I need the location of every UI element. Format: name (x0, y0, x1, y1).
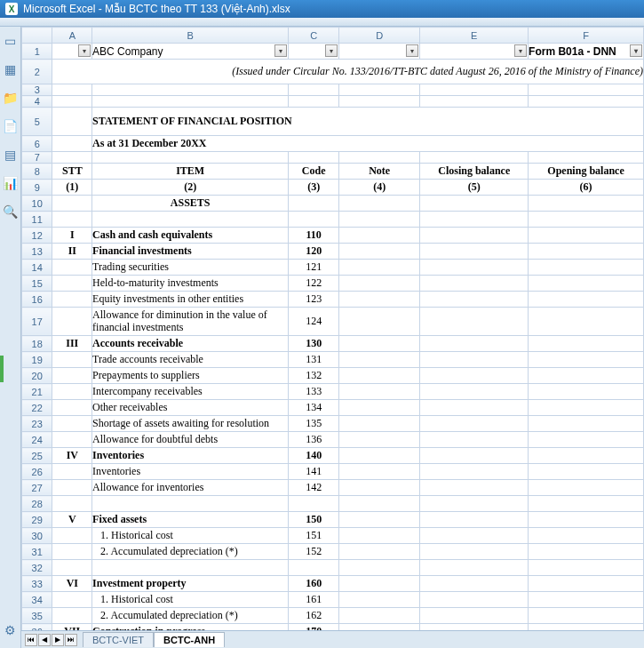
cell-stt-13[interactable]: II (52, 244, 92, 260)
cell-item-16[interactable]: Equity investments in other entities (92, 292, 289, 308)
cell-item-25[interactable]: Inventories (92, 448, 289, 464)
cell-closing-34[interactable] (420, 592, 529, 608)
cell-note-19[interactable] (339, 352, 420, 368)
assets-label[interactable]: ASSETS (92, 196, 289, 212)
row-25[interactable]: 25IVInventories140 (22, 448, 644, 464)
cell-note-18[interactable] (339, 336, 420, 352)
cell-item-35[interactable]: 2. Accumulated depreciation (*) (92, 608, 289, 624)
tab-bctc-viet[interactable]: BCTC-VIET (83, 632, 154, 647)
cell-stt-32[interactable] (52, 560, 92, 576)
cell-closing-18[interactable] (420, 336, 529, 352)
cell-opening-21[interactable] (529, 384, 644, 400)
cell-opening-34[interactable] (529, 592, 644, 608)
cell-stt-28[interactable] (52, 496, 92, 512)
row-header-13[interactable]: 13 (22, 244, 52, 260)
cell-code-19[interactable]: 131 (289, 352, 339, 368)
cell-opening-16[interactable] (529, 292, 644, 308)
numhead-6[interactable]: (6) (529, 180, 644, 196)
cell-closing-21[interactable] (420, 384, 529, 400)
cell-closing-14[interactable] (420, 260, 529, 276)
cell-item-24[interactable]: Allowance for doubtful debts (92, 432, 289, 448)
cell-opening-14[interactable] (529, 260, 644, 276)
cell-opening-33[interactable] (529, 576, 644, 592)
filter-btn-C[interactable]: ▾ (325, 44, 338, 57)
hdr-note[interactable]: Note (339, 164, 420, 180)
cell-stt-26[interactable] (52, 464, 92, 480)
cell-code-34[interactable]: 161 (289, 592, 339, 608)
row-7[interactable]: 7 (22, 152, 644, 164)
cell-stt-27[interactable] (52, 480, 92, 496)
cell-opening-35[interactable] (529, 608, 644, 624)
cell-code-23[interactable]: 135 (289, 416, 339, 432)
cell-closing-27[interactable] (420, 480, 529, 496)
cell-code-21[interactable]: 133 (289, 384, 339, 400)
col-header-C[interactable]: C (289, 28, 339, 44)
gear-icon[interactable]: ⚙ (4, 623, 18, 637)
row-35[interactable]: 35 2. Accumulated depreciation (*)162 (22, 608, 644, 624)
cell-stt-12[interactable]: I (52, 228, 92, 244)
cell-E1[interactable]: ▾ (420, 44, 529, 60)
calendar-icon[interactable]: ▦ (4, 62, 18, 76)
cell-stt-23[interactable] (52, 416, 92, 432)
row-header-17[interactable]: 17 (22, 308, 52, 336)
cell-note-35[interactable] (339, 608, 420, 624)
row-8[interactable]: 8 STT ITEM Code Note Closing balance Ope… (22, 164, 644, 180)
cell-stt-36[interactable]: VII (52, 624, 92, 631)
row-header-22[interactable]: 22 (22, 400, 52, 416)
cell-note-20[interactable] (339, 368, 420, 384)
row-32[interactable]: 32 (22, 560, 644, 576)
cell-note-17[interactable] (339, 308, 420, 336)
filter-btn-A[interactable]: ▾ (78, 44, 91, 57)
hdr-opening[interactable]: Opening balance (529, 164, 644, 180)
cell-opening-12[interactable] (529, 228, 644, 244)
cell-closing-24[interactable] (420, 432, 529, 448)
cell-note-27[interactable] (339, 480, 420, 496)
cell-D1[interactable]: ▾ (339, 44, 420, 60)
hdr-stt[interactable]: STT (52, 164, 92, 180)
row-header-3[interactable]: 3 (22, 84, 52, 96)
cell-stt-35[interactable] (52, 608, 92, 624)
cell-note-29[interactable] (339, 512, 420, 528)
cell-note-24[interactable] (339, 432, 420, 448)
row-header-11[interactable]: 11 (22, 212, 52, 228)
cell-code-17[interactable]: 124 (289, 308, 339, 336)
statement-title[interactable]: STATEMENT OF FINANCIAL POSITION (92, 108, 644, 136)
tab-nav-next[interactable]: ▶ (52, 634, 64, 646)
cell-opening-20[interactable] (529, 368, 644, 384)
row-header-12[interactable]: 12 (22, 228, 52, 244)
cell-item-26[interactable]: Inventories (92, 464, 289, 480)
numhead-5[interactable]: (5) (420, 180, 529, 196)
numhead-1[interactable]: (1) (52, 180, 92, 196)
row-5[interactable]: 5 STATEMENT OF FINANCIAL POSITION (22, 108, 644, 136)
row-15[interactable]: 15Held-to-maturity investments122 (22, 276, 644, 292)
cell-item-33[interactable]: Investment property (92, 576, 289, 592)
cell-closing-22[interactable] (420, 400, 529, 416)
row-33[interactable]: 33VIInvestment property160 (22, 576, 644, 592)
cell-closing-26[interactable] (420, 464, 529, 480)
row-23[interactable]: 23Shortage of assets awaiting for resolu… (22, 416, 644, 432)
row-header-26[interactable]: 26 (22, 464, 52, 480)
tab-nav-last[interactable]: ⏭ (65, 634, 77, 646)
cell-closing-12[interactable] (420, 228, 529, 244)
cell-closing-13[interactable] (420, 244, 529, 260)
cell-note-26[interactable] (339, 464, 420, 480)
cell-code-36[interactable]: 170 (289, 624, 339, 631)
cell-note-31[interactable] (339, 544, 420, 560)
row-header-4[interactable]: 4 (22, 96, 52, 108)
cell-stt-30[interactable] (52, 528, 92, 544)
cell-code-30[interactable]: 151 (289, 528, 339, 544)
ribbon-collapsed[interactable] (0, 18, 644, 27)
cell-item-30[interactable]: 1. Historical cost (92, 528, 289, 544)
hdr-item[interactable]: ITEM (92, 164, 289, 180)
find-icon[interactable]: 🔍 (4, 204, 18, 219)
cell-code-15[interactable]: 122 (289, 276, 339, 292)
cell-item-23[interactable]: Shortage of assets awaiting for resoluti… (92, 416, 289, 432)
hdr-code[interactable]: Code (289, 164, 339, 180)
row-header-33[interactable]: 33 (22, 576, 52, 592)
cell-closing-35[interactable] (420, 608, 529, 624)
cell-closing-20[interactable] (420, 368, 529, 384)
folder-icon[interactable]: 📁 (4, 91, 18, 105)
cell-stt-18[interactable]: III (52, 336, 92, 352)
cell-code-14[interactable]: 121 (289, 260, 339, 276)
cell-item-18[interactable]: Accounts receivable (92, 336, 289, 352)
